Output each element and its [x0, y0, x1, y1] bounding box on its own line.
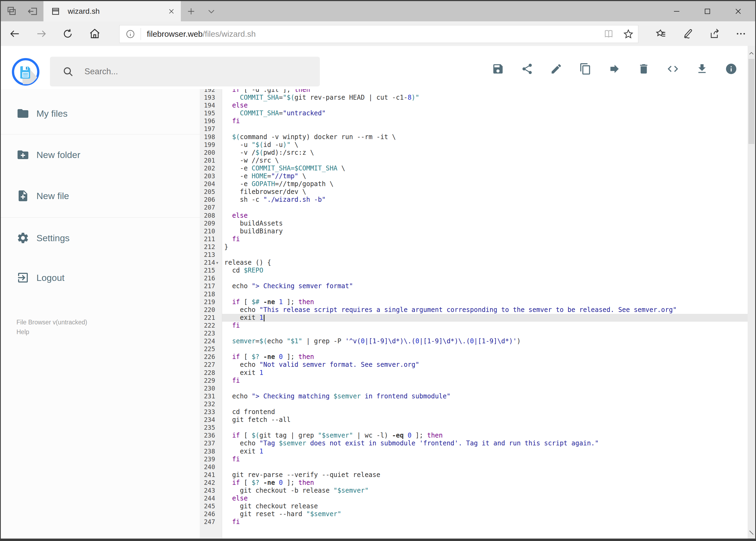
code-line[interactable]: }: [222, 243, 748, 251]
sidebar-item-new-file[interactable]: New file: [1, 185, 200, 207]
code-line[interactable]: if [ $? -ne 0 ]; then: [222, 353, 748, 361]
refresh-icon[interactable]: [61, 27, 74, 40]
settings-ellipsis-icon[interactable]: [734, 27, 748, 40]
new-tab-button[interactable]: [186, 6, 196, 17]
code-line[interactable]: echo "> Checking semver format": [222, 282, 748, 290]
code-line[interactable]: [222, 125, 748, 133]
code-line[interactable]: exit 1: [222, 314, 748, 322]
code-line[interactable]: [222, 290, 748, 298]
move-button[interactable]: [600, 55, 629, 82]
code-line[interactable]: cd $REPO: [222, 267, 748, 274]
code-line[interactable]: sh -c "./wizard.sh -b": [222, 196, 748, 204]
scrollbar-thumb[interactable]: [748, 59, 754, 144]
hub-favorites-icon[interactable]: [654, 27, 668, 40]
code-line[interactable]: -e COMMIT_SHA=$COMMIT_SHA \: [222, 165, 748, 172]
code-line[interactable]: [222, 345, 748, 353]
copy-button[interactable]: [571, 55, 600, 82]
delete-button[interactable]: [629, 55, 658, 82]
code-button[interactable]: [658, 55, 687, 82]
code-line[interactable]: COMMIT_SHA="untracked": [222, 109, 748, 117]
code-line[interactable]: if [ $? -ne 0 ]; then: [222, 479, 748, 487]
save-button[interactable]: [483, 55, 513, 82]
home-icon[interactable]: [88, 27, 101, 40]
edit-button[interactable]: [542, 55, 571, 82]
code-line[interactable]: fi: [222, 518, 748, 526]
web-note-pen-icon[interactable]: [681, 27, 695, 40]
site-info-icon[interactable]: [126, 29, 135, 39]
info-button[interactable]: [717, 55, 746, 82]
minimize-button[interactable]: [661, 1, 692, 21]
sidebar-help-link[interactable]: Help: [16, 328, 29, 336]
close-window-button[interactable]: [723, 1, 754, 21]
code-line[interactable]: release () {: [222, 259, 748, 267]
code-line[interactable]: else: [222, 495, 748, 502]
code-line[interactable]: buildAssets: [222, 220, 748, 228]
tab-wizard-sh[interactable]: wizard.sh: [44, 1, 181, 21]
reading-view-icon[interactable]: [604, 29, 614, 39]
code-line[interactable]: fi: [222, 377, 748, 385]
code-line[interactable]: $(command -v winpty) docker run --rm -it…: [222, 133, 748, 141]
download-button[interactable]: [687, 55, 717, 82]
sidebar-item-settings[interactable]: Settings: [1, 227, 200, 249]
sidebar-item-my-files[interactable]: My files: [1, 103, 200, 124]
maximize-button[interactable]: [692, 1, 723, 21]
share-button[interactable]: [513, 55, 542, 82]
code-line[interactable]: else: [222, 102, 748, 109]
code-line[interactable]: semver=$(echo "$1" | grep -P '^v(0|[1-9]…: [222, 337, 748, 345]
tab-close-icon[interactable]: [168, 8, 175, 15]
code-line[interactable]: fi: [222, 322, 748, 329]
add-favorite-star-icon[interactable]: [623, 29, 634, 39]
code-line[interactable]: echo "Not valid semver format. See semve…: [222, 361, 748, 369]
code-line[interactable]: [222, 251, 748, 259]
code-line[interactable]: [222, 204, 748, 212]
url-bar[interactable]: filebrowser.web/files/wizard.sh: [119, 25, 638, 43]
tab-preview-icon[interactable]: [6, 6, 17, 17]
code-line[interactable]: echo "> Checking matching $semver in fro…: [222, 392, 748, 400]
code-line[interactable]: else: [222, 212, 748, 220]
code-line[interactable]: fi: [222, 235, 748, 243]
code-line[interactable]: [222, 424, 748, 432]
code-line[interactable]: git fetch --all: [222, 416, 748, 424]
code-line[interactable]: [222, 329, 748, 337]
code-line[interactable]: if [ $# -ne 1 ]; then: [222, 298, 748, 306]
fold-marker-icon[interactable]: ▾: [216, 259, 221, 267]
code-line[interactable]: git checkout -b release "$semver": [222, 487, 748, 495]
sidebar-item-logout[interactable]: Logout: [1, 267, 200, 288]
code-line[interactable]: [222, 400, 748, 408]
code-editor[interactable]: 192 if [ -d .git ]; then193 COMMIT_SHA="…: [200, 89, 748, 538]
code-line[interactable]: fi: [222, 117, 748, 125]
tab-list-chevron-icon[interactable]: [205, 6, 217, 17]
code-line[interactable]: -v /$(pwd):/src:z \: [222, 149, 748, 157]
code-line[interactable]: [222, 385, 748, 392]
code-line[interactable]: git reset --hard "$semver": [222, 510, 748, 518]
code-line[interactable]: git rev-parse --verify --quiet release: [222, 471, 748, 479]
code-line[interactable]: -e GOPATH=//tmp/gopath \: [222, 180, 748, 188]
sidebar-item-new-folder[interactable]: New folder: [1, 144, 200, 166]
code-line[interactable]: echo "This release script requires a sin…: [222, 306, 748, 314]
code-line[interactable]: buildBinary: [222, 228, 748, 235]
code-line[interactable]: if [ -d .git ]; then: [222, 89, 748, 94]
url-text[interactable]: filebrowser.web/files/wizard.sh: [147, 29, 604, 39]
code-line[interactable]: filebrowser/dev \: [222, 188, 748, 196]
code-line[interactable]: exit 1: [222, 369, 748, 377]
share-page-icon[interactable]: [708, 27, 722, 40]
scroll-down-icon[interactable]: [748, 526, 755, 537]
search-input[interactable]: Search...: [50, 57, 320, 86]
code-line[interactable]: echo "Tag $semver does not exist in subm…: [222, 439, 748, 447]
code-line[interactable]: -e HOME="//tmp" \: [222, 172, 748, 180]
code-line[interactable]: exit 1: [222, 447, 748, 455]
code-line[interactable]: COMMIT_SHA="$(git rev-parse HEAD | cut -…: [222, 94, 748, 102]
code-line[interactable]: [222, 463, 748, 471]
set-tabs-aside-icon[interactable]: [28, 6, 38, 17]
back-icon[interactable]: [8, 27, 21, 40]
code-line[interactable]: fi: [222, 455, 748, 463]
forward-icon[interactable]: [35, 27, 48, 40]
scroll-up-icon[interactable]: [748, 48, 755, 59]
code-line[interactable]: [222, 274, 748, 282]
filebrowser-logo-icon[interactable]: [12, 58, 40, 86]
code-line[interactable]: cd frontend: [222, 408, 748, 416]
code-line[interactable]: git checkout release: [222, 502, 748, 510]
code-line[interactable]: -u "$(id -u)" \: [222, 141, 748, 149]
code-line[interactable]: if [ $(git tag | grep "$semver" | wc -l)…: [222, 432, 748, 439]
page-scrollbar[interactable]: [748, 46, 755, 539]
